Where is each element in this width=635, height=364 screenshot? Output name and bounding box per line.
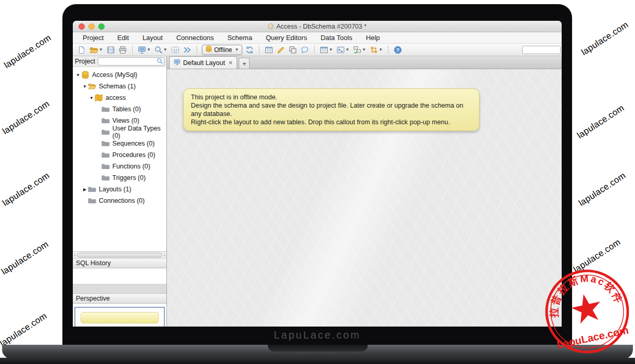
tree-item-label: User Data Types (0) — [112, 125, 166, 139]
project-search-input[interactable] — [98, 57, 164, 66]
perspective-minimap[interactable] — [74, 307, 165, 327]
chevron-down-icon: ▼ — [147, 47, 151, 52]
tree-item-label: access — [106, 94, 126, 101]
layout-monitor-icon — [174, 59, 180, 67]
edit-button[interactable] — [276, 45, 286, 55]
tree-item-functions-0[interactable]: Functions (0) — [73, 161, 166, 172]
zoom-button[interactable]: ▼ — [154, 45, 168, 55]
page-setup-button[interactable]: 12 — [171, 45, 180, 55]
window-titlebar: Access - DbSchema #200703 * — [73, 21, 562, 32]
more-tools-button[interactable] — [183, 45, 192, 55]
tree-item-schemas-1[interactable]: ▼Schemas (1) — [73, 81, 166, 92]
offline-callout[interactable]: This project is in offline mode. Design … — [183, 88, 480, 131]
new-project-button[interactable] — [77, 45, 86, 55]
add-callout-icon — [301, 46, 309, 54]
disclosure-expanded-icon[interactable]: ▼ — [82, 84, 88, 89]
new-layout-icon — [289, 46, 297, 54]
offline-label: Offline — [214, 46, 232, 54]
tree-item-label: Functions (0) — [112, 163, 150, 170]
tree-item-access-mysql[interactable]: ▼Access {MySql} — [73, 69, 166, 81]
tab-default-layout[interactable]: Default Layout × — [169, 56, 237, 69]
window-title: Access - DbSchema #200703 * — [276, 23, 367, 30]
presentation-button[interactable]: ▼ — [137, 45, 151, 55]
virtual-relation-button[interactable]: ▼ — [369, 45, 383, 55]
zoom-window-button[interactable] — [98, 23, 105, 30]
table-editor-button[interactable]: ▼ — [319, 45, 333, 55]
bezel-brand-text: LapuLace.com — [62, 329, 572, 341]
minimize-window-button[interactable] — [88, 23, 95, 30]
new-table-icon — [265, 46, 273, 54]
open-project-button[interactable]: ▼ — [89, 45, 103, 55]
sql-history-header[interactable]: SQL History — [73, 258, 166, 268]
toolbar-separator — [197, 45, 197, 54]
menu-item-schema[interactable]: Schema — [221, 34, 259, 42]
menu-item-help[interactable]: Help — [359, 34, 387, 42]
refresh-icon — [245, 46, 254, 54]
menu-item-project[interactable]: Project — [76, 34, 110, 42]
disclosure-expanded-icon[interactable]: ▼ — [75, 73, 81, 77]
perspective-header[interactable]: Perspective — [73, 294, 166, 304]
menu-item-data-tools[interactable]: Data Tools — [314, 34, 359, 42]
page-setup-icon: 12 — [171, 46, 179, 54]
offline-mode-button[interactable]: Offline▼ — [202, 45, 242, 55]
tree-item-access[interactable]: ▼access — [73, 92, 166, 103]
tree-item-sequences-0[interactable]: Sequences (0) — [73, 138, 166, 149]
disclosure-collapsed-icon[interactable]: ▶ — [82, 187, 88, 192]
close-window-button[interactable] — [79, 23, 85, 30]
tree-item-triggers-0[interactable]: Triggers (0) — [73, 172, 166, 184]
layout-canvas[interactable]: This project is in offline mode. Design … — [167, 69, 562, 327]
svg-text:?: ? — [396, 47, 399, 53]
folder-icon — [88, 197, 97, 205]
menu-item-edit[interactable]: Edit — [110, 34, 135, 42]
sql-editor-button[interactable]: ▼ — [336, 45, 350, 55]
traffic-lights — [79, 23, 105, 30]
tree-item-procedures-0[interactable]: Procedures (0) — [73, 149, 166, 161]
watermark-text: lapulace.com — [0, 235, 58, 277]
watermark-text: lapulace.com — [577, 166, 635, 209]
scroll-right-arrow-icon[interactable]: › — [164, 252, 165, 258]
new-tab-button[interactable]: + — [239, 58, 250, 69]
watermark-text: lapulace.com — [579, 15, 635, 58]
watermark-text: lapulace.com — [2, 28, 60, 71]
more-tools-icon — [183, 46, 191, 54]
toolbar-separator — [132, 45, 133, 54]
folder-icon — [101, 128, 110, 136]
svg-text:12: 12 — [173, 48, 177, 53]
laptop-screen-bezel: Access - DbSchema #200703 * ProjectEditL… — [62, 4, 572, 345]
menu-item-query-editors[interactable]: Query Editors — [259, 34, 314, 42]
tab-close-icon[interactable]: × — [229, 59, 233, 67]
schema-sync-icon — [353, 46, 361, 54]
stamp-star-icon — [569, 291, 604, 325]
tree-item-tables-0[interactable]: Tables (0) — [73, 103, 166, 115]
project-tree: ▼Access {MySql}▼Schemas (1)▼accessTables… — [73, 67, 166, 251]
tree-item-connections-0[interactable]: Connections (0) — [73, 195, 166, 206]
watermark-text: lapulace.com — [1, 166, 59, 209]
new-table-button[interactable] — [264, 45, 274, 55]
print-button[interactable] — [118, 45, 127, 55]
toolbar-separator — [259, 45, 260, 54]
chevron-down-icon: ▼ — [99, 47, 103, 52]
tree-item-label: Procedures (0) — [112, 151, 155, 159]
save-button[interactable] — [106, 45, 115, 55]
perspective-panel — [73, 304, 166, 327]
tree-item-user-data-types-0[interactable]: User Data Types (0) — [73, 126, 166, 138]
horizontal-scrollbar[interactable]: ‹ › — [73, 251, 166, 258]
sql-history-panel — [73, 268, 166, 284]
tree-item-label: Sequences (0) — [112, 140, 154, 147]
zoom-icon — [154, 46, 163, 54]
disclosure-expanded-icon[interactable]: ▼ — [88, 96, 95, 100]
scroll-left-arrow-icon[interactable]: ‹ — [74, 252, 75, 258]
new-layout-button[interactable] — [288, 45, 297, 55]
scrollbar-thumb[interactable] — [77, 253, 162, 257]
schema-sync-button[interactable]: ▼ — [353, 45, 367, 55]
menu-item-layout[interactable]: Layout — [136, 34, 170, 42]
menu-item-connections[interactable]: Connections — [170, 34, 221, 42]
help-button[interactable]: ? — [393, 45, 403, 55]
add-callout-button[interactable] — [300, 45, 309, 55]
tree-item-layouts-1[interactable]: ▶Layouts (1) — [73, 184, 166, 195]
toolbar-search-input[interactable] — [522, 46, 561, 54]
print-icon — [119, 46, 127, 54]
dbschema-window: Access - DbSchema #200703 * ProjectEditL… — [73, 21, 562, 327]
watermark-text: lapulace.com — [575, 98, 633, 141]
refresh-button[interactable] — [245, 45, 254, 55]
